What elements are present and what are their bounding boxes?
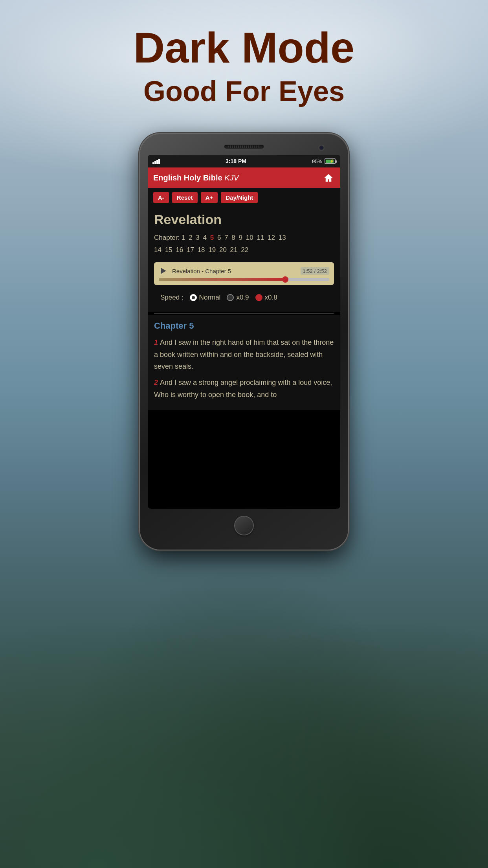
radio-inner-dot bbox=[192, 296, 195, 299]
audio-player: Revelation - Chapter 5 1:52 / 2:52 bbox=[154, 262, 334, 285]
speed-normal-radio[interactable] bbox=[190, 294, 197, 301]
speed-normal-label: Normal bbox=[199, 294, 221, 302]
chapter-11[interactable]: 11 bbox=[257, 234, 264, 241]
chapter-12[interactable]: 12 bbox=[268, 234, 275, 241]
chapter-9[interactable]: 9 bbox=[239, 234, 242, 241]
house-icon bbox=[324, 173, 333, 182]
speed-09-label: x0.9 bbox=[236, 294, 249, 302]
audio-time: 1:52 / 2:52 bbox=[301, 267, 329, 275]
audio-progress-fill bbox=[159, 278, 287, 281]
chapter-1[interactable]: 1 bbox=[182, 234, 185, 241]
chapter-22[interactable]: 22 bbox=[241, 246, 248, 254]
speed-label: Speed : bbox=[160, 294, 183, 302]
reset-button[interactable]: Reset bbox=[172, 192, 198, 203]
audio-total-time: 2:52 bbox=[317, 268, 327, 274]
speed-09-radio[interactable] bbox=[227, 294, 234, 301]
battery-bolt-icon: ⚡ bbox=[330, 159, 334, 163]
book-content: Revelation Chapter: 1 2 3 4 5 6 7 8 9 10… bbox=[148, 207, 340, 312]
chapter-15[interactable]: 15 bbox=[165, 246, 172, 254]
physical-home-button[interactable] bbox=[234, 516, 254, 535]
verse-2: 2 And I saw a strong angel proclaiming w… bbox=[154, 377, 334, 401]
verse-2-num: 2 bbox=[154, 379, 160, 386]
content-divider bbox=[154, 313, 334, 314]
headline-title: Dark Mode bbox=[0, 24, 488, 71]
chapter-20[interactable]: 20 bbox=[219, 246, 227, 254]
chapter-18[interactable]: 18 bbox=[198, 246, 205, 254]
speed-08-radio[interactable] bbox=[255, 294, 262, 301]
book-title: Revelation bbox=[154, 212, 334, 227]
chapter-6[interactable]: 6 bbox=[217, 234, 221, 241]
status-bar: 3:18 PM 95% ⚡ bbox=[148, 155, 340, 167]
signal-icon bbox=[152, 159, 160, 164]
chapter-navigation: Chapter: 1 2 3 4 5 6 7 8 9 10 11 12 13 1… bbox=[154, 232, 334, 256]
audio-progress-track[interactable] bbox=[159, 278, 329, 281]
controls-bar: A- Reset A+ Day/Night bbox=[148, 188, 340, 207]
speed-controls: Speed : Normal x0.9 x0.8 bbox=[154, 291, 334, 307]
chapter-14[interactable]: 14 bbox=[154, 246, 161, 254]
verse-2-text: And I saw a strong angel proclaiming wit… bbox=[154, 379, 332, 399]
chapter-3[interactable]: 3 bbox=[196, 234, 199, 241]
audio-time-separator: / bbox=[314, 268, 317, 274]
phone-bottom bbox=[148, 509, 340, 539]
chapter-nav-label: Chapter: bbox=[154, 234, 180, 241]
battery-pct: 95% bbox=[312, 158, 322, 164]
play-button[interactable] bbox=[159, 266, 168, 276]
chapter-heading: Chapter 5 bbox=[154, 321, 334, 331]
audio-title: Revelation - Chapter 5 bbox=[172, 268, 301, 274]
phone-screen: 3:18 PM 95% ⚡ English Holy Bible KJV bbox=[148, 155, 340, 509]
chapter-21[interactable]: 21 bbox=[230, 246, 238, 254]
verse-1-num: 1 bbox=[154, 338, 160, 346]
increase-font-button[interactable]: A+ bbox=[201, 192, 218, 203]
speed-08-label: x0.8 bbox=[265, 294, 277, 302]
chapter-13[interactable]: 13 bbox=[279, 234, 286, 241]
verse-1-text: And I saw in the right hand of him that … bbox=[154, 338, 334, 370]
chapter-5[interactable]: 5 bbox=[210, 234, 214, 241]
chapter-4[interactable]: 4 bbox=[203, 234, 207, 241]
play-icon bbox=[161, 268, 166, 274]
chapter-10[interactable]: 10 bbox=[246, 234, 253, 241]
home-button[interactable] bbox=[322, 171, 335, 184]
phone-mockup: 3:18 PM 95% ⚡ English Holy Bible KJV bbox=[140, 134, 348, 550]
chapter-7[interactable]: 7 bbox=[224, 234, 228, 241]
status-time: 3:18 PM bbox=[226, 158, 246, 164]
phone-body: 3:18 PM 95% ⚡ English Holy Bible KJV bbox=[140, 134, 348, 550]
phone-speaker bbox=[224, 145, 264, 149]
audio-current-time: 1:52 bbox=[303, 268, 313, 274]
chapter-content: Chapter 5 1 And I saw in the right hand … bbox=[148, 315, 340, 410]
phone-camera bbox=[318, 145, 325, 151]
status-right: 95% ⚡ bbox=[312, 158, 336, 164]
chapter-17[interactable]: 17 bbox=[187, 246, 194, 254]
app-header: English Holy Bible KJV bbox=[148, 167, 340, 188]
speed-normal-option[interactable]: Normal bbox=[190, 294, 221, 302]
decrease-font-button[interactable]: A- bbox=[153, 192, 169, 203]
app-title: English Holy Bible KJV bbox=[153, 173, 239, 182]
battery-icon: ⚡ bbox=[325, 158, 336, 164]
headline-section: Dark Mode Good For Eyes bbox=[0, 24, 488, 107]
headline-subtitle: Good For Eyes bbox=[0, 75, 488, 107]
verse-1: 1 And I saw in the right hand of him tha… bbox=[154, 337, 334, 373]
chapter-19[interactable]: 19 bbox=[208, 246, 216, 254]
audio-player-top: Revelation - Chapter 5 1:52 / 2:52 bbox=[159, 266, 329, 276]
day-night-button[interactable]: Day/Night bbox=[221, 192, 258, 203]
chapter-8[interactable]: 8 bbox=[231, 234, 235, 241]
chapter-2[interactable]: 2 bbox=[189, 234, 192, 241]
chapter-16[interactable]: 16 bbox=[176, 246, 183, 254]
svg-marker-0 bbox=[325, 174, 332, 182]
speed-09-option[interactable]: x0.9 bbox=[227, 294, 249, 302]
speed-08-option[interactable]: x0.8 bbox=[255, 294, 277, 302]
